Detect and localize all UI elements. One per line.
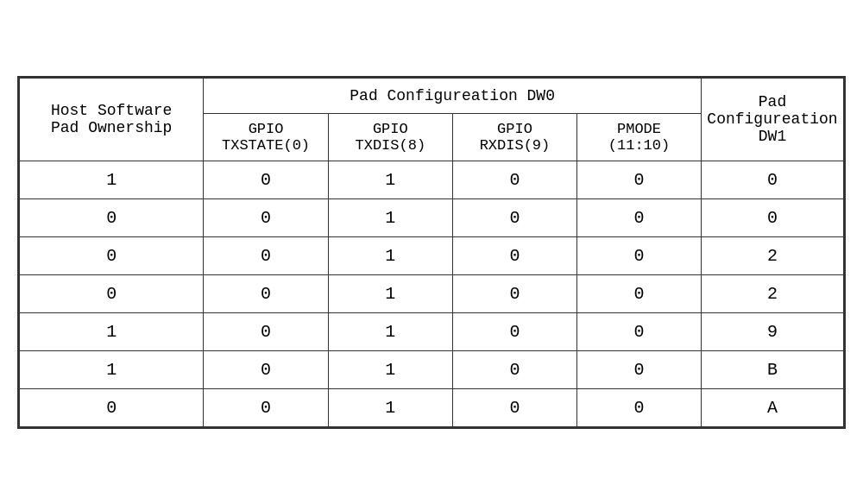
- cell-txstate: 0: [204, 198, 328, 236]
- cell-host: 1: [20, 312, 204, 350]
- cell-txstate: 0: [204, 312, 328, 350]
- cell-pmode: 0: [577, 198, 702, 236]
- cell-rxdis: 0: [452, 388, 576, 426]
- cell-host: 1: [20, 161, 204, 198]
- header-pad-dw1: Pad Configureation DW1: [701, 78, 843, 161]
- header-pad-dw0: Pad Configureation DW0: [204, 78, 702, 113]
- cell-dw1: 0: [701, 161, 843, 198]
- header-host-software: Host Software Pad Ownership: [20, 78, 204, 161]
- main-table-container: Host Software Pad Ownership Pad Configur…: [17, 76, 846, 429]
- table-row: 001002: [20, 274, 844, 312]
- cell-txdis: 1: [328, 198, 452, 236]
- subheader-gpio-txstate: GPIO TXSTATE(0): [204, 113, 328, 161]
- cell-pmode: 0: [577, 161, 702, 198]
- cell-host: 1: [20, 350, 204, 388]
- cell-pmode: 0: [577, 350, 702, 388]
- cell-rxdis: 0: [452, 350, 576, 388]
- cell-txstate: 0: [204, 274, 328, 312]
- cell-txdis: 1: [328, 388, 452, 426]
- cell-txstate: 0: [204, 388, 328, 426]
- cell-host: 0: [20, 198, 204, 236]
- header-row: Host Software Pad Ownership Pad Configur…: [20, 78, 844, 113]
- subheader-gpio-rxdis: GPIO RXDIS(9): [452, 113, 576, 161]
- cell-dw1: 2: [701, 236, 843, 274]
- cell-txdis: 1: [328, 274, 452, 312]
- cell-rxdis: 0: [452, 274, 576, 312]
- cell-rxdis: 0: [452, 198, 576, 236]
- table-row: 00100A: [20, 388, 844, 426]
- cell-txdis: 1: [328, 312, 452, 350]
- cell-txdis: 1: [328, 236, 452, 274]
- cell-dw1: A: [701, 388, 843, 426]
- subheader-gpio-txdis: GPIO TXDIS(8): [328, 113, 452, 161]
- table-row: 101000: [20, 161, 844, 198]
- cell-dw1: 2: [701, 274, 843, 312]
- table-row: 001000: [20, 198, 844, 236]
- cell-rxdis: 0: [452, 312, 576, 350]
- cell-txstate: 0: [204, 236, 328, 274]
- cell-txdis: 1: [328, 161, 452, 198]
- subheader-pmode: PMODE (11:10): [577, 113, 702, 161]
- cell-rxdis: 0: [452, 236, 576, 274]
- cell-pmode: 0: [577, 236, 702, 274]
- cell-pmode: 0: [577, 274, 702, 312]
- cell-host: 0: [20, 236, 204, 274]
- cell-dw1: B: [701, 350, 843, 388]
- cell-host: 0: [20, 274, 204, 312]
- cell-dw1: 0: [701, 198, 843, 236]
- table-row: 10100B: [20, 350, 844, 388]
- cell-rxdis: 0: [452, 161, 576, 198]
- cell-pmode: 0: [577, 388, 702, 426]
- cell-txdis: 1: [328, 350, 452, 388]
- cell-txstate: 0: [204, 161, 328, 198]
- cell-pmode: 0: [577, 312, 702, 350]
- table-row: 101009: [20, 312, 844, 350]
- cell-txstate: 0: [204, 350, 328, 388]
- cell-dw1: 9: [701, 312, 843, 350]
- table-row: 001002: [20, 236, 844, 274]
- cell-host: 0: [20, 388, 204, 426]
